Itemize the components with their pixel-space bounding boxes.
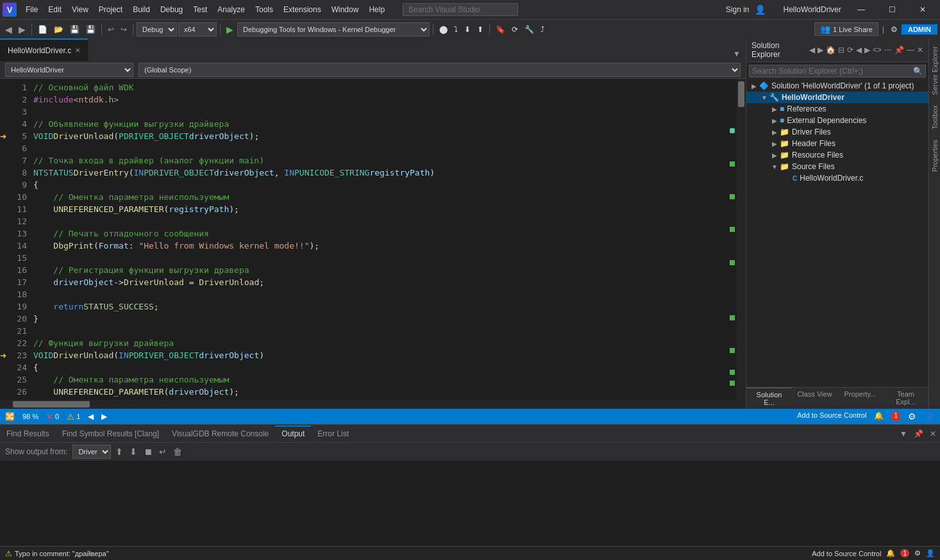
tb-forward-icon[interactable]: ▶ bbox=[16, 23, 28, 36]
tb-misc3-icon[interactable]: 🔧 bbox=[522, 24, 537, 35]
se-tab-classview[interactable]: Class View bbox=[792, 388, 837, 409]
tb-undo-icon[interactable]: ↩ bbox=[105, 24, 117, 35]
se-code-icon[interactable]: <> bbox=[873, 45, 882, 54]
menu-build[interactable]: Build bbox=[128, 3, 155, 17]
se-more-icon[interactable]: ⋯ bbox=[884, 45, 892, 54]
tab-error-list[interactable]: Error List bbox=[311, 427, 355, 441]
tb-new-icon[interactable]: 📄 bbox=[35, 24, 50, 35]
tb-misc2-icon[interactable]: ⟳ bbox=[509, 24, 521, 35]
tab-find-results[interactable]: Find Results bbox=[0, 427, 56, 441]
close-button[interactable]: ✕ bbox=[908, 0, 937, 19]
solution-item[interactable]: ▶ 🔷 Solution 'HelloWorldDriver' (1 of 1 … bbox=[746, 80, 928, 92]
file-path-dropdown[interactable]: HelloWorldDriver bbox=[5, 63, 133, 77]
menu-edit[interactable]: Edit bbox=[43, 3, 67, 17]
server-explorer-label[interactable]: Server Explorer bbox=[931, 46, 939, 95]
menu-test[interactable]: Test bbox=[188, 3, 212, 17]
minimize-button[interactable]: — bbox=[846, 0, 876, 19]
scope-dropdown[interactable]: (Global Scope) bbox=[138, 63, 741, 77]
status-settings-icon[interactable]: ⚙ bbox=[908, 411, 916, 422]
project-item[interactable]: ▼ 🔧 HelloWorldDriver bbox=[746, 92, 928, 103]
tree-external-deps[interactable]: ▶ ■ External Dependencies bbox=[746, 115, 928, 126]
live-share-button[interactable]: 👥 1 Live Share bbox=[814, 22, 878, 36]
error-bar-user-icon[interactable]: 👤 bbox=[926, 549, 935, 557]
tb-settings-icon[interactable]: ⚙ bbox=[888, 24, 900, 35]
platform-dropdown[interactable]: x64 bbox=[178, 22, 217, 37]
tb-redo-icon[interactable]: ↪ bbox=[118, 24, 130, 35]
se-search-input[interactable] bbox=[750, 65, 911, 77]
output-down-icon[interactable]: ⬇ bbox=[128, 447, 139, 457]
tb-save-icon[interactable]: 💾 bbox=[67, 24, 82, 35]
tab-close-button[interactable]: ✕ bbox=[75, 47, 80, 54]
output-source-select[interactable]: Driver bbox=[72, 445, 111, 459]
add-to-source-button[interactable]: Add to Source Control bbox=[797, 411, 866, 422]
tb-share-icon[interactable]: ⤴ bbox=[538, 24, 547, 35]
menu-analyze[interactable]: Analyze bbox=[212, 3, 250, 17]
output-up-icon[interactable]: ⬆ bbox=[113, 447, 125, 457]
toolbox-label[interactable]: Toolbox bbox=[931, 105, 939, 129]
status-user-icon[interactable]: 👤 bbox=[924, 411, 935, 422]
menu-tools[interactable]: Tools bbox=[250, 3, 278, 17]
menu-extensions[interactable]: Extensions bbox=[278, 3, 326, 17]
output-stop-icon[interactable]: ⏹ bbox=[142, 447, 155, 457]
maximize-button[interactable]: ☐ bbox=[877, 0, 907, 19]
se-arrow-right-icon[interactable]: ▶ bbox=[864, 45, 870, 54]
tb-step-into-icon[interactable]: ⬇ bbox=[462, 24, 473, 35]
se-arrow-left-icon[interactable]: ◀ bbox=[856, 45, 862, 54]
code-editor[interactable]: // Основной файл WDK #include <ntddk.h> … bbox=[31, 79, 728, 400]
tb-start-icon[interactable]: ▶ bbox=[224, 23, 236, 36]
status-errors[interactable]: ✕ 0 bbox=[46, 412, 59, 422]
status-nav-forward[interactable]: ▶ bbox=[101, 412, 107, 421]
tb-back-icon[interactable]: ◀ bbox=[3, 23, 15, 36]
se-collapse-icon[interactable]: ⊟ bbox=[838, 45, 844, 54]
admin-button[interactable]: ADMIN bbox=[902, 24, 937, 35]
se-search-icon[interactable]: 🔍 bbox=[911, 65, 925, 77]
status-nav-back[interactable]: ◀ bbox=[88, 412, 94, 421]
menu-window[interactable]: Window bbox=[326, 3, 364, 17]
output-wrap-icon[interactable]: ↵ bbox=[157, 447, 169, 457]
se-tab-property[interactable]: Property... bbox=[837, 388, 883, 409]
tab-output[interactable]: Output bbox=[275, 425, 311, 441]
error-bar-notification-icon[interactable]: 🔔 bbox=[886, 549, 895, 557]
se-home-icon[interactable]: 🏠 bbox=[826, 45, 835, 54]
editor-scrollbar-h[interactable] bbox=[0, 400, 746, 409]
tb-step-out-icon[interactable]: ⬆ bbox=[474, 24, 486, 35]
tb-save-all-icon[interactable]: 💾 bbox=[83, 24, 98, 35]
menu-debug[interactable]: Debug bbox=[155, 3, 188, 17]
menu-view[interactable]: View bbox=[67, 3, 94, 17]
se-tab-teamexpl[interactable]: Team Expl... bbox=[883, 388, 928, 409]
tb-step-over-icon[interactable]: ⤵ bbox=[451, 24, 460, 35]
error-bar-settings-icon[interactable]: ⚙ bbox=[914, 549, 921, 557]
tb-open-icon[interactable]: 📂 bbox=[51, 24, 66, 35]
se-forward-icon[interactable]: ▶ bbox=[818, 45, 823, 54]
tree-source-files[interactable]: ▼ 📁 Source Files bbox=[746, 161, 928, 172]
se-back-icon[interactable]: ◀ bbox=[809, 45, 815, 54]
menu-file[interactable]: File bbox=[21, 3, 43, 17]
se-minimize-icon[interactable]: — bbox=[907, 45, 914, 54]
tree-file-main[interactable]: C HelloWorldDriver.c bbox=[746, 172, 928, 184]
tree-references[interactable]: ▶ ■ References bbox=[746, 103, 928, 115]
sign-in-button[interactable]: Sign in bbox=[726, 5, 750, 14]
tree-header-files[interactable]: ▶ 📁 Header Files bbox=[746, 138, 928, 149]
tab-list-button[interactable]: ▼ bbox=[728, 47, 746, 61]
se-tab-solution[interactable]: Solution E... bbox=[746, 388, 792, 409]
debug-target-dropdown[interactable]: Debugging Tools for Windows - Kernel Deb… bbox=[237, 22, 430, 37]
output-panel-close-icon[interactable]: ✕ bbox=[926, 427, 940, 441]
se-pin-icon[interactable]: 📌 bbox=[894, 45, 904, 54]
debug-config-dropdown[interactable]: Debug bbox=[137, 22, 177, 37]
menu-help[interactable]: Help bbox=[364, 3, 390, 17]
se-refresh-icon[interactable]: ⟳ bbox=[847, 45, 853, 54]
tab-find-symbol[interactable]: Find Symbol Results [Clang] bbox=[56, 427, 165, 441]
output-panel-menu-icon[interactable]: ▼ bbox=[896, 427, 911, 441]
output-panel-pin-icon[interactable]: 📌 bbox=[911, 427, 926, 441]
tb-breakpoint-icon[interactable]: ⬤ bbox=[437, 24, 450, 35]
status-warnings[interactable]: ⚠ 1 bbox=[67, 412, 80, 422]
output-clear-icon[interactable]: 🗑 bbox=[171, 447, 184, 457]
tab-visualgdb[interactable]: VisualGDB Remote Console bbox=[165, 427, 275, 441]
se-search-box[interactable]: 🔍 bbox=[749, 65, 926, 78]
tree-resource-files[interactable]: ▶ 📁 Resource Files bbox=[746, 149, 928, 161]
status-zoom[interactable]: 98 % bbox=[22, 413, 38, 420]
global-search[interactable] bbox=[403, 3, 518, 16]
editor-scrollbar-v[interactable] bbox=[737, 79, 746, 400]
tree-driver-files[interactable]: ▶ 📁 Driver Files bbox=[746, 126, 928, 138]
menu-project[interactable]: Project bbox=[94, 3, 128, 17]
